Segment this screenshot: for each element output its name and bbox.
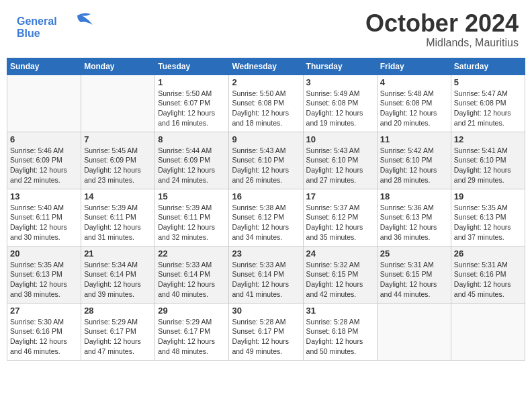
day-number: 1 — [158, 77, 226, 87]
day-info: Sunrise: 5:43 AMSunset: 6:10 PMDaylight:… — [306, 146, 374, 185]
day-number: 13 — [10, 191, 78, 201]
day-info: Sunrise: 5:30 AMSunset: 6:16 PMDaylight:… — [10, 317, 78, 357]
day-info: Sunrise: 5:31 AMSunset: 6:16 PMDaylight:… — [454, 260, 522, 300]
day-number: 22 — [158, 248, 226, 259]
day-info: Sunrise: 5:50 AMSunset: 6:07 PMDaylight:… — [158, 89, 226, 128]
day-info: Sunrise: 5:33 AMSunset: 6:14 PMDaylight:… — [158, 260, 226, 300]
day-info: Sunrise: 5:38 AMSunset: 6:12 PMDaylight:… — [232, 203, 300, 242]
day-info: Sunrise: 5:35 AMSunset: 6:13 PMDaylight:… — [454, 203, 522, 242]
day-number: 24 — [306, 248, 374, 259]
svg-text:General: General — [17, 15, 57, 27]
day-number: 14 — [84, 191, 152, 201]
day-number: 8 — [158, 134, 226, 144]
calendar-cell: 10Sunrise: 5:43 AMSunset: 6:10 PMDayligh… — [303, 132, 377, 189]
day-info: Sunrise: 5:43 AMSunset: 6:10 PMDaylight:… — [232, 146, 300, 185]
day-info: Sunrise: 5:37 AMSunset: 6:12 PMDaylight:… — [306, 203, 374, 242]
day-number: 12 — [454, 134, 522, 144]
calendar-cell: 30Sunrise: 5:28 AMSunset: 6:17 PMDayligh… — [229, 303, 303, 360]
calendar-cell: 9Sunrise: 5:43 AMSunset: 6:10 PMDaylight… — [229, 132, 303, 189]
calendar-cell: 11Sunrise: 5:42 AMSunset: 6:10 PMDayligh… — [377, 132, 451, 189]
day-info: Sunrise: 5:35 AMSunset: 6:13 PMDaylight:… — [10, 260, 78, 300]
day-info: Sunrise: 5:32 AMSunset: 6:15 PMDaylight:… — [306, 260, 374, 300]
day-number: 29 — [158, 306, 226, 316]
logo-text: General Blue — [13, 10, 94, 46]
weekday-header-sunday: Sunday — [7, 58, 81, 75]
weekday-header-saturday: Saturday — [451, 58, 525, 75]
day-info: Sunrise: 5:48 AMSunset: 6:08 PMDaylight:… — [380, 89, 448, 128]
day-number: 30 — [232, 306, 300, 316]
calendar-cell: 20Sunrise: 5:35 AMSunset: 6:13 PMDayligh… — [7, 246, 81, 303]
calendar-week-row: 1Sunrise: 5:50 AMSunset: 6:07 PMDaylight… — [7, 75, 525, 132]
day-number: 23 — [232, 248, 300, 259]
day-info: Sunrise: 5:47 AMSunset: 6:08 PMDaylight:… — [454, 89, 522, 128]
day-info: Sunrise: 5:29 AMSunset: 6:17 PMDaylight:… — [158, 317, 226, 357]
day-info: Sunrise: 5:45 AMSunset: 6:09 PMDaylight:… — [84, 146, 152, 185]
calendar-week-row: 27Sunrise: 5:30 AMSunset: 6:16 PMDayligh… — [7, 303, 525, 360]
calendar-cell: 23Sunrise: 5:33 AMSunset: 6:14 PMDayligh… — [229, 246, 303, 303]
day-info: Sunrise: 5:28 AMSunset: 6:18 PMDaylight:… — [306, 317, 374, 357]
calendar-cell: 29Sunrise: 5:29 AMSunset: 6:17 PMDayligh… — [155, 303, 229, 360]
calendar-cell: 15Sunrise: 5:39 AMSunset: 6:11 PMDayligh… — [155, 189, 229, 246]
calendar-cell: 16Sunrise: 5:38 AMSunset: 6:12 PMDayligh… — [229, 189, 303, 246]
weekday-header-friday: Friday — [377, 58, 451, 75]
calendar-cell: 3Sunrise: 5:49 AMSunset: 6:08 PMDaylight… — [303, 75, 377, 132]
calendar-cell: 6Sunrise: 5:46 AMSunset: 6:09 PMDaylight… — [7, 132, 81, 189]
calendar-cell — [7, 75, 81, 132]
day-info: Sunrise: 5:31 AMSunset: 6:15 PMDaylight:… — [380, 260, 448, 300]
calendar-cell — [81, 75, 155, 132]
day-info: Sunrise: 5:49 AMSunset: 6:08 PMDaylight:… — [306, 89, 374, 128]
day-number: 4 — [380, 77, 448, 87]
calendar-cell: 7Sunrise: 5:45 AMSunset: 6:09 PMDaylight… — [81, 132, 155, 189]
day-number: 6 — [10, 134, 78, 144]
location-title: Midlands, Mauritius — [365, 37, 519, 49]
calendar-cell: 22Sunrise: 5:33 AMSunset: 6:14 PMDayligh… — [155, 246, 229, 303]
weekday-header-monday: Monday — [81, 58, 155, 75]
calendar-table: SundayMondayTuesdayWednesdayThursdayFrid… — [7, 58, 525, 361]
day-info: Sunrise: 5:29 AMSunset: 6:17 PMDaylight:… — [84, 317, 152, 357]
day-info: Sunrise: 5:36 AMSunset: 6:13 PMDaylight:… — [380, 203, 448, 242]
calendar-week-row: 20Sunrise: 5:35 AMSunset: 6:13 PMDayligh… — [7, 246, 525, 303]
day-number: 16 — [232, 191, 300, 201]
weekday-header-tuesday: Tuesday — [155, 58, 229, 75]
day-number: 28 — [84, 306, 152, 316]
calendar-cell: 25Sunrise: 5:31 AMSunset: 6:15 PMDayligh… — [377, 246, 451, 303]
day-number: 18 — [380, 191, 448, 201]
calendar-cell: 27Sunrise: 5:30 AMSunset: 6:16 PMDayligh… — [7, 303, 81, 360]
day-info: Sunrise: 5:44 AMSunset: 6:09 PMDaylight:… — [158, 146, 226, 185]
calendar-cell: 1Sunrise: 5:50 AMSunset: 6:07 PMDaylight… — [155, 75, 229, 132]
calendar-cell: 31Sunrise: 5:28 AMSunset: 6:18 PMDayligh… — [303, 303, 377, 360]
weekday-header-wednesday: Wednesday — [229, 58, 303, 75]
day-number: 17 — [306, 191, 374, 201]
day-number: 5 — [454, 77, 522, 87]
day-info: Sunrise: 5:39 AMSunset: 6:11 PMDaylight:… — [158, 203, 226, 242]
day-number: 19 — [454, 191, 522, 201]
day-number: 20 — [10, 248, 78, 259]
month-title: October 2024 — [365, 10, 519, 37]
calendar-cell: 8Sunrise: 5:44 AMSunset: 6:09 PMDaylight… — [155, 132, 229, 189]
day-number: 27 — [10, 306, 78, 316]
weekday-header-thursday: Thursday — [303, 58, 377, 75]
calendar-cell: 21Sunrise: 5:34 AMSunset: 6:14 PMDayligh… — [81, 246, 155, 303]
day-info: Sunrise: 5:34 AMSunset: 6:14 PMDaylight:… — [84, 260, 152, 300]
day-info: Sunrise: 5:46 AMSunset: 6:09 PMDaylight:… — [10, 146, 78, 185]
day-number: 15 — [158, 191, 226, 201]
day-number: 9 — [232, 134, 300, 144]
calendar-week-row: 13Sunrise: 5:40 AMSunset: 6:11 PMDayligh… — [7, 189, 525, 246]
calendar-cell: 28Sunrise: 5:29 AMSunset: 6:17 PMDayligh… — [81, 303, 155, 360]
title-block: October 2024 Midlands, Mauritius — [365, 10, 519, 49]
calendar-cell — [451, 303, 525, 360]
day-info: Sunrise: 5:50 AMSunset: 6:08 PMDaylight:… — [232, 89, 300, 128]
day-info: Sunrise: 5:33 AMSunset: 6:14 PMDaylight:… — [232, 260, 300, 300]
day-info: Sunrise: 5:42 AMSunset: 6:10 PMDaylight:… — [380, 146, 448, 185]
calendar-cell: 18Sunrise: 5:36 AMSunset: 6:13 PMDayligh… — [377, 189, 451, 246]
day-info: Sunrise: 5:28 AMSunset: 6:17 PMDaylight:… — [232, 317, 300, 357]
day-info: Sunrise: 5:41 AMSunset: 6:10 PMDaylight:… — [454, 146, 522, 185]
calendar-cell: 19Sunrise: 5:35 AMSunset: 6:13 PMDayligh… — [451, 189, 525, 246]
day-number: 3 — [306, 77, 374, 87]
svg-text:Blue: Blue — [17, 28, 40, 39]
day-info: Sunrise: 5:39 AMSunset: 6:11 PMDaylight:… — [84, 203, 152, 242]
calendar-week-row: 6Sunrise: 5:46 AMSunset: 6:09 PMDaylight… — [7, 132, 525, 189]
calendar-cell: 2Sunrise: 5:50 AMSunset: 6:08 PMDaylight… — [229, 75, 303, 132]
logo: General Blue — [13, 10, 94, 46]
day-number: 31 — [306, 306, 374, 316]
